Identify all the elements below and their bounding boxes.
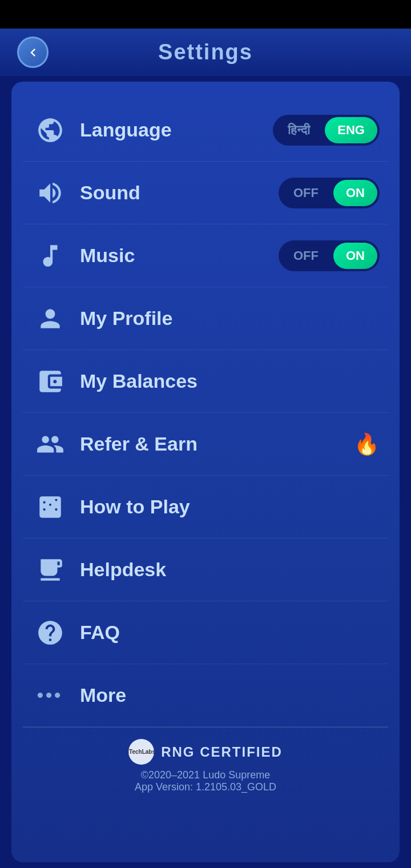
language-item[interactable]: Language हिन्दी ENG xyxy=(23,99,388,162)
my-profile-item[interactable]: My Profile xyxy=(23,287,388,350)
faq-item[interactable]: FAQ xyxy=(23,601,388,664)
more-item[interactable]: ••• More xyxy=(23,664,388,727)
refer-earn-label: Refer & Earn xyxy=(80,433,348,455)
language-toggle[interactable]: हिन्दी ENG xyxy=(273,115,380,146)
copyright-text: ©2020–2021 Ludo Supreme xyxy=(141,769,270,781)
music-item[interactable]: Music OFF ON xyxy=(23,224,388,287)
eng-option[interactable]: ENG xyxy=(325,117,377,143)
back-button[interactable] xyxy=(17,37,49,68)
my-balances-item[interactable]: My Balances xyxy=(23,350,388,413)
more-label: More xyxy=(80,684,380,706)
user-icon xyxy=(31,300,68,337)
cert-logo: iTech Labs xyxy=(128,739,154,765)
sound-label: Sound xyxy=(80,182,279,204)
cert-section: iTech Labs RNG CERTIFIED xyxy=(128,739,283,765)
hindi-option[interactable]: हिन्दी xyxy=(275,117,323,143)
footer: iTech Labs RNG CERTIFIED ©2020–2021 Ludo… xyxy=(23,727,388,810)
cert-logo-line2: Labs xyxy=(142,749,155,755)
cert-logo-line1: iTech xyxy=(127,749,142,755)
speaker-icon xyxy=(31,174,68,211)
music-on-option[interactable]: ON xyxy=(333,243,377,269)
music-off-option[interactable]: OFF xyxy=(281,243,331,269)
version-text: App Version: 1.2105.03_GOLD xyxy=(135,781,276,793)
how-to-play-label: How to Play xyxy=(80,496,380,518)
sound-item[interactable]: Sound OFF ON xyxy=(23,162,388,224)
settings-card: Language हिन्दी ENG Sound OFF ON Music O… xyxy=(11,82,400,862)
refer-icon xyxy=(31,425,68,463)
globe-icon xyxy=(31,111,68,148)
my-balances-label: My Balances xyxy=(80,370,380,392)
dots-icon: ••• xyxy=(31,677,68,714)
status-bar xyxy=(0,0,411,29)
refer-emoji: 🔥 xyxy=(354,432,380,456)
helpdesk-item[interactable]: Helpdesk xyxy=(23,539,388,601)
helpdesk-icon xyxy=(31,551,68,588)
helpdesk-label: Helpdesk xyxy=(80,558,380,581)
sound-off-option[interactable]: OFF xyxy=(281,180,331,206)
my-profile-label: My Profile xyxy=(80,307,380,329)
music-icon xyxy=(31,237,68,274)
faq-label: FAQ xyxy=(80,621,380,644)
page-title: Settings xyxy=(158,40,253,65)
how-to-play-item[interactable]: How to Play xyxy=(23,476,388,539)
sound-toggle[interactable]: OFF ON xyxy=(279,178,380,208)
sound-on-option[interactable]: ON xyxy=(333,180,377,206)
language-label: Language xyxy=(80,119,273,141)
refer-earn-item[interactable]: Refer & Earn 🔥 xyxy=(23,413,388,476)
wallet-icon xyxy=(31,363,68,400)
cert-text: RNG CERTIFIED xyxy=(161,744,283,760)
header: Settings xyxy=(0,29,411,76)
music-toggle[interactable]: OFF ON xyxy=(279,240,380,271)
dice-icon xyxy=(31,488,68,525)
faq-icon xyxy=(31,614,68,651)
music-label: Music xyxy=(80,244,279,267)
